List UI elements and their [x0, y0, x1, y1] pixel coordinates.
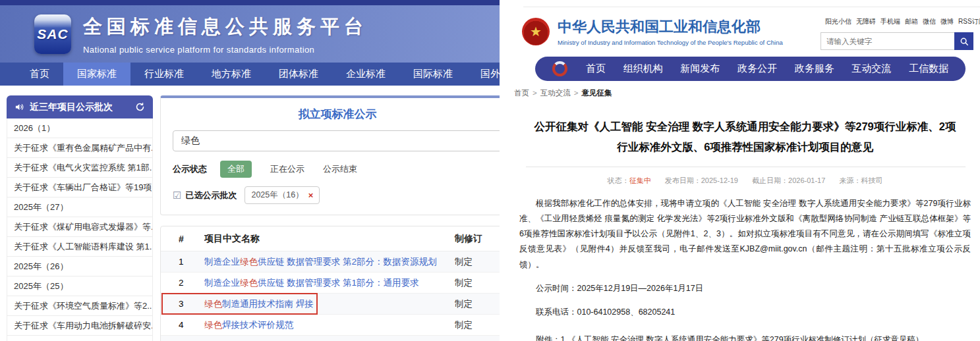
ministry-title: 中华人民共和国工业和信息化部: [558, 17, 783, 37]
remove-tag-icon[interactable]: ×: [308, 190, 314, 200]
speaker-icon: [14, 102, 24, 112]
breadcrumb-home[interactable]: 首页: [514, 89, 529, 97]
nav-item-international-standards[interactable]: 国际标准: [399, 63, 467, 86]
sidebar-item-notice[interactable]: 关于征求《重有色金属精矿产品中有...: [7, 138, 153, 158]
row-type: 制定: [455, 319, 500, 331]
link-text: 供应链 数据管理要求 第2部分：数据资源规划: [258, 257, 437, 267]
keyword-search-input[interactable]: [821, 32, 954, 50]
row-type: 制定: [455, 277, 500, 289]
search-input[interactable]: [173, 130, 500, 151]
nav-item-news[interactable]: 新闻发布: [680, 63, 720, 75]
link-text: 制造通用技术指南 焊接: [222, 299, 314, 309]
table-row: 5 绿色制造管理体系 指南 制定: [161, 336, 500, 341]
nav-item-foreign-standards[interactable]: 国外标准: [467, 63, 500, 86]
attachments-block: 附件： 1.《人工智能 安全治理 数字人系统通用安全能力要求》等279项行业标准…: [536, 334, 971, 341]
attachments-label: 附件：: [536, 334, 561, 341]
refresh-icon[interactable]: [135, 102, 145, 112]
col-header-num: #: [161, 234, 204, 244]
sidebar-header: 近三年项目公示批次: [7, 95, 153, 118]
link-text: 焊接技术评价规范: [222, 320, 293, 330]
publish-date-label: 发布日期：: [665, 176, 701, 184]
nav-item-interaction[interactable]: 互动交流: [851, 63, 891, 75]
sac-header: SAC 全国标准信息公共服务平台 National public service…: [0, 5, 500, 63]
table-header-row: # 项目中文名称 制修订: [161, 226, 500, 251]
breadcrumb-current: 意见征集: [581, 89, 612, 97]
top-divider: [523, 7, 980, 7]
link-sunshine[interactable]: 阳光小信: [825, 17, 851, 26]
sac-logo-text: SAC: [37, 26, 68, 42]
project-link[interactable]: 绿色焊接技术评价规范: [204, 320, 293, 330]
sidebar-item-batch[interactable]: 2025年（26）: [7, 257, 153, 276]
link-weibo[interactable]: 微博: [940, 17, 954, 26]
status-filter-open[interactable]: 正在公示: [270, 163, 304, 175]
link-mobile[interactable]: 手机端: [880, 17, 900, 26]
miit-logo-icon: [552, 61, 567, 76]
sidebar-item-notice[interactable]: 关于征求《车用动力电池拆解破碎安...: [7, 316, 153, 336]
status-filter-closed[interactable]: 公示结束: [323, 163, 357, 175]
batch-filter-tag: 2025年（16） ×: [245, 186, 320, 204]
national-emblem-icon: ★: [522, 18, 550, 45]
sidebar-item-notice[interactable]: 关于征求《环境空气质量标准》等2...: [7, 296, 153, 316]
platform-title: 全国标准信息公共服务平台: [83, 14, 368, 40]
keyword-highlight: 绿色: [204, 320, 222, 330]
nav-item-national-standards[interactable]: 国家标准: [63, 63, 130, 86]
link-accessibility[interactable]: 无障碍: [856, 17, 876, 26]
search-icon: [960, 37, 969, 46]
breadcrumb: 首页>互动交流>意见征集: [514, 88, 980, 98]
batch-tag-text: 2025年（16）: [251, 190, 303, 201]
table-row-highlighted: 3 绿色制造通用技术指南 焊接 制定: [161, 294, 500, 315]
notice-time: 公示时间：2025年12月19日—2026年1月17日: [519, 281, 971, 296]
nav-item-enterprise-standards[interactable]: 企业标准: [332, 63, 399, 86]
keyword-highlight: 绿色: [240, 278, 258, 288]
project-link[interactable]: 制造企业绿色供应链 数据管理要求 第1部分：通用要求: [204, 278, 419, 288]
quick-links: 阳光小信 无障碍 手机端 邮箱 微信 微博 RSS订阅: [821, 17, 973, 26]
sidebar-item-batch[interactable]: 2026（1）: [7, 118, 153, 138]
miit-page: ★ 中华人民共和国工业和信息化部 Ministry of Industry an…: [500, 0, 980, 341]
sidebar-item-notice[interactable]: 关于征求《煤矿用电容式发爆器》等...: [7, 217, 153, 237]
project-link[interactable]: 绿色制造通用技术指南 焊接: [204, 299, 314, 309]
sidebar-title: 近三年项目公示批次: [30, 101, 113, 113]
source-value: 科技司: [861, 176, 882, 184]
row-num: 1: [161, 257, 204, 267]
sidebar-item-notice[interactable]: 关于征求《人工智能语料库建设 第1...: [7, 237, 153, 257]
table-row: 4 绿色焊接技术评价规范 制定: [161, 315, 500, 336]
sidebar-item-partial[interactable]: [7, 336, 153, 341]
breadcrumb-interaction[interactable]: 互动交流: [540, 89, 571, 97]
search-button[interactable]: [954, 32, 973, 50]
sac-nav: 首页 国家标准 行业标准 地方标准 团体标准 企业标准 国际标准 国外标准 技术…: [0, 63, 500, 86]
deadline-value: 2026-01-17: [788, 176, 825, 184]
article-title: 公开征集对《人工智能 安全治理 数字人系统通用安全能力要求》等279项行业标准、…: [529, 117, 961, 157]
nav-item-local-standards[interactable]: 地方标准: [198, 63, 265, 86]
project-link[interactable]: 制造企业绿色供应链 数据管理要求 第2部分：数据资源规划: [204, 257, 437, 267]
nav-item-group-standards[interactable]: 团体标准: [265, 63, 332, 86]
nav-item-home[interactable]: 首页: [586, 63, 606, 75]
notice-paragraph: 根据我部标准化工作的总体安排，现将申请立项的《人工智能 安全治理 数字人系统通用…: [519, 196, 971, 273]
status-filter-all[interactable]: 全部: [220, 161, 252, 178]
article-meta: 状态：征集中 发布日期：2025-12-19 截止日期：2026-01-17 来…: [519, 176, 971, 186]
link-mail[interactable]: 邮箱: [905, 17, 918, 26]
link-wechat[interactable]: 微信: [923, 17, 936, 26]
deadline-label: 截止日期：: [752, 176, 788, 184]
sidebar-item-batch[interactable]: 2025年（27）: [7, 197, 153, 217]
row-num: 4: [161, 320, 204, 330]
title-divider: [526, 167, 966, 167]
nav-item-gov-services[interactable]: 政务服务: [795, 63, 834, 75]
link-text: 制造企业: [204, 278, 240, 288]
nav-item-data[interactable]: 工信数据: [909, 63, 948, 75]
nav-item-industry-standards[interactable]: 行业标准: [130, 63, 198, 86]
col-header-type: 制修订: [455, 233, 500, 245]
nav-item-organization[interactable]: 组织机构: [623, 63, 663, 75]
sidebar-item-batch[interactable]: 2025年（25）: [7, 276, 153, 296]
sidebar-item-notice[interactable]: 关于征求《车辆出厂合格证》等19项...: [7, 178, 153, 197]
row-type: 制定: [455, 256, 500, 268]
sidebar-item-notice[interactable]: 关于征求《电气火灾监控系统 第1部...: [7, 158, 153, 178]
search-filter-card: 拟立项标准公示 公示状态 全部 正在公示 公示结束 ☑ 已选公示批次 2025年…: [160, 95, 500, 215]
notice-article: 公开征集对《人工智能 安全治理 数字人系统通用安全能力要求》等279项行业标准、…: [505, 117, 980, 341]
nav-item-gov-affairs[interactable]: 政务公开: [737, 63, 777, 75]
keyword-highlight: 绿色: [204, 299, 222, 309]
contact-phone: 联系电话：010-64102958、68205241: [519, 305, 971, 320]
nav-item-home[interactable]: 首页: [16, 63, 63, 86]
selected-batch-label: 已选公示批次: [185, 190, 237, 201]
link-rss[interactable]: RSS订阅: [958, 17, 980, 26]
top-strip: [0, 0, 500, 5]
